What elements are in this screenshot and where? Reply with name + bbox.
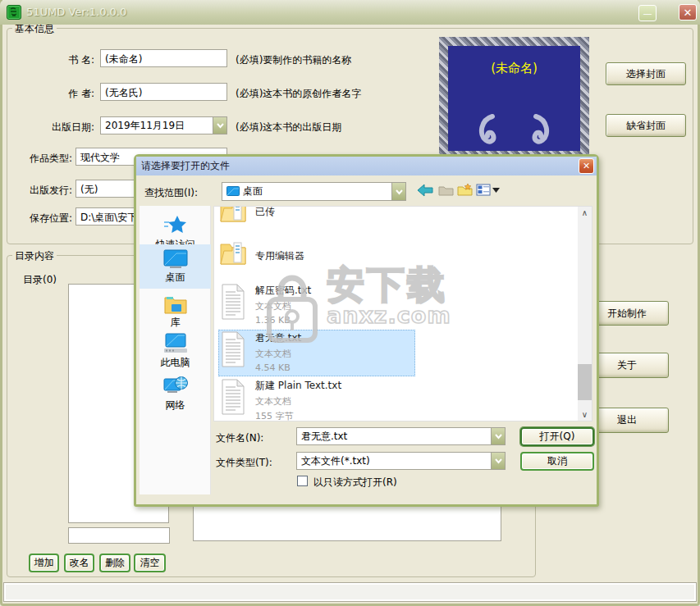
status-bar — [4, 583, 696, 601]
close-button[interactable]: ✕ — [679, 4, 697, 21]
publish-date-combo[interactable]: 2019年11月19日 — [100, 116, 227, 134]
file-type-label: 文件类型(T): — [216, 456, 272, 470]
readonly-label: 以只读方式打开(R) — [313, 476, 397, 490]
libraries-icon — [164, 294, 187, 314]
default-cover-button[interactable]: 缺省封面 — [606, 114, 686, 137]
file-name: 解压密码.txt — [255, 284, 311, 298]
publish-date-value: 2019年11月19日 — [105, 119, 213, 133]
file-kind: 文本文档 — [255, 395, 341, 408]
rename-button[interactable]: 改名 — [64, 554, 94, 572]
sidebar-item-network[interactable]: 网络 — [140, 373, 211, 414]
sidebar-item-desktop[interactable]: 桌面 — [140, 244, 211, 289]
book-name-label: 书 名: — [25, 53, 94, 67]
dialog-close-button[interactable]: ✕ — [579, 158, 594, 174]
file-name: 已传 — [255, 206, 275, 219]
book-name-input[interactable]: (未命名) — [100, 49, 227, 67]
look-in-value: 桌面 — [243, 185, 391, 198]
text-file-icon — [219, 379, 247, 415]
scroll-down-icon[interactable]: ∨ — [578, 408, 592, 421]
open-button[interactable]: 打开(Q) — [520, 427, 594, 446]
views-icon[interactable] — [476, 184, 491, 196]
file-name-combo[interactable]: 君无意.txt — [296, 427, 506, 445]
up-folder-icon[interactable] — [438, 185, 454, 196]
dialog-title: 请选择要打开的文件 — [141, 159, 230, 173]
main-window: 51UMD Ver:1.0.0.0 — ✕ 基本信息 书 名: (未命名) (必… — [0, 0, 700, 606]
toc-group-label: 目录内容 — [12, 249, 57, 263]
publish-date-hint: (必填)这本书的出版日期 — [236, 121, 341, 134]
cover-preview: (未命名) — [439, 37, 589, 160]
file-size: 4.54 KB — [255, 362, 301, 373]
desktop-icon — [163, 249, 188, 269]
file-name: 君无意.txt — [255, 331, 301, 345]
choose-cover-button[interactable]: 选择封面 — [606, 62, 686, 85]
author-label: 作 者: — [25, 87, 94, 101]
file-type-chevron-icon[interactable] — [491, 453, 505, 469]
delete-button[interactable]: 删除 — [99, 554, 130, 572]
chevron-down-icon[interactable] — [213, 117, 226, 134]
folder-icon — [219, 206, 247, 225]
book-name-hint: (必填)要制作的书籍的名称 — [236, 53, 351, 67]
cover-ornament-right — [531, 113, 552, 148]
file-kind: 文本文档 — [255, 300, 311, 312]
file-name: 专用编辑器 — [255, 249, 304, 263]
file-type-value: 文本文件(*.txt) — [301, 454, 491, 468]
dialog-titlebar[interactable]: 请选择要打开的文件 ✕ — [136, 157, 597, 175]
file-name-label: 文件名(N): — [216, 431, 263, 445]
file-row[interactable]: 新建 Plain Text.txt 文本文档 155 字节 — [219, 379, 341, 421]
window-title: 51UMD Ver:1.0.0.0 — [26, 6, 126, 18]
desktop-icon — [226, 186, 240, 197]
file-size: 155 字节 — [255, 410, 341, 421]
cover-ornament-left — [476, 113, 497, 148]
file-name-chevron-icon[interactable] — [491, 428, 505, 444]
quick-access-icon — [164, 215, 187, 236]
toc-list-label: 目录(0) — [23, 273, 57, 287]
sidebar-item-label: 网络 — [166, 399, 185, 412]
save-path-label: 保存位置: — [2, 212, 72, 226]
publish-date-label: 出版日期: — [25, 121, 94, 134]
clear-button[interactable]: 清空 — [134, 554, 166, 572]
sidebar-item-label: 此电脑 — [161, 356, 190, 370]
author-input[interactable]: (无名氏) — [100, 83, 227, 101]
work-type-label: 作品类型: — [2, 152, 72, 166]
author-hint: (必填)这本书的原创作者名字 — [236, 87, 361, 101]
app-icon — [7, 5, 21, 20]
views-dropdown-icon[interactable] — [492, 188, 500, 193]
titlebar[interactable]: 51UMD Ver:1.0.0.0 — ✕ — [0, 0, 700, 25]
add-button[interactable]: 增加 — [29, 554, 59, 572]
file-name: 新建 Plain Text.txt — [255, 379, 341, 393]
cancel-button[interactable]: 取消 — [520, 452, 594, 471]
scrollbar-thumb[interactable] — [578, 364, 592, 400]
sidebar-item-libraries[interactable]: 库 — [140, 291, 211, 332]
minimize-button[interactable]: — — [638, 5, 657, 21]
open-file-dialog: 请选择要打开的文件 ✕ 查找范围(I): 桌面 快速访问 桌面 — [134, 154, 599, 507]
look-in-combo[interactable]: 桌面 — [222, 182, 406, 201]
look-in-chevron-icon[interactable] — [391, 183, 405, 200]
dialog-sidebar: 快速访问 桌面 库 此电脑 网络 — [140, 206, 211, 494]
sidebar-item-label: 库 — [171, 316, 181, 330]
sidebar-item-label: 桌面 — [166, 271, 185, 285]
look-in-label: 查找范围(I): — [144, 186, 198, 200]
new-folder-icon[interactable] — [457, 183, 473, 196]
this-pc-icon — [163, 333, 188, 354]
publisher-label: 出版发行: — [2, 184, 72, 198]
file-list-scrollbar[interactable]: ∧ ∨ — [578, 207, 592, 421]
readonly-checkbox[interactable] — [297, 476, 308, 486]
file-size: 1.36 KB — [255, 315, 311, 326]
file-type-combo[interactable]: 文本文件(*.txt) — [296, 452, 506, 470]
file-row[interactable]: 解压密码.txt 文本文档 1.36 KB — [219, 284, 311, 326]
network-icon — [163, 376, 188, 397]
file-list[interactable]: 已传 专用编辑器 解压密码.txt 文本文档 1.36 KB 君无意.txt 文… — [213, 206, 592, 421]
file-row-selected[interactable]: 君无意.txt 文本文档 4.54 KB — [219, 331, 301, 373]
file-name-value: 君无意.txt — [301, 430, 491, 444]
folder-icon — [219, 239, 247, 267]
back-icon[interactable] — [417, 184, 433, 197]
sidebar-item-this-pc[interactable]: 此电脑 — [140, 330, 211, 371]
file-row[interactable]: 已传 — [219, 206, 275, 225]
toc-name-input[interactable] — [68, 527, 170, 544]
scroll-up-icon[interactable]: ∧ — [578, 207, 592, 219]
file-kind: 文本文档 — [255, 348, 301, 360]
file-row[interactable]: 专用编辑器 — [219, 239, 304, 267]
text-file-icon — [219, 284, 247, 320]
text-file-icon — [219, 331, 247, 367]
